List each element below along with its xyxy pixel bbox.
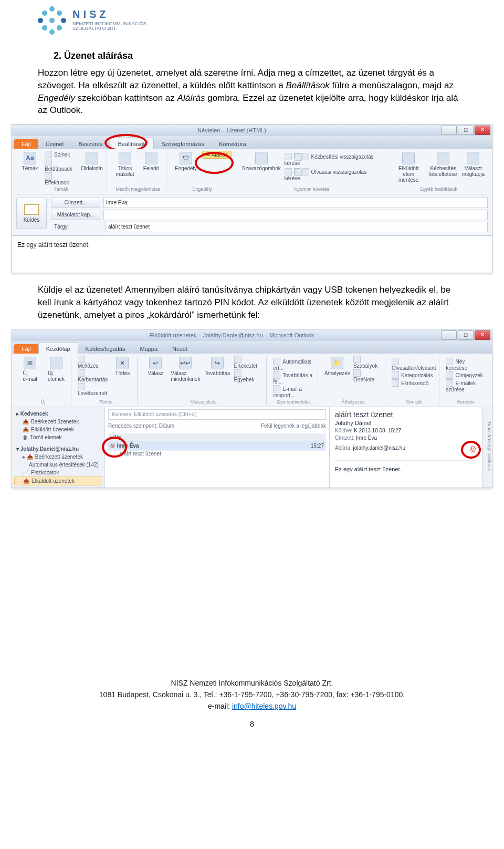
nav-sent-fav[interactable]: 📤 Elküldött üzenetek — [14, 426, 102, 433]
delete-button[interactable]: ✕Törlés — [111, 356, 134, 377]
quick-emailgroup[interactable]: E-mail a csoport... — [273, 385, 314, 398]
unread-button[interactable]: Olvasatlan/olvasott — [392, 358, 436, 371]
quick-forward[interactable]: Továbbítás a fel... — [273, 371, 314, 385]
elkuldott-mentese-button[interactable]: Elküldött elem mentése — [392, 151, 426, 184]
themes-icon: Aa — [24, 152, 36, 164]
tab-uzenet[interactable]: Üzenet — [38, 138, 71, 149]
send-button[interactable]: Küldés — [16, 198, 47, 229]
onenote-button[interactable]: OneNote — [353, 369, 382, 382]
engedely-button[interactable]: 🛡Engedély — [173, 151, 199, 172]
opt-szinek[interactable]: Színek — [45, 151, 77, 158]
close-button-2[interactable]: ✕ — [475, 330, 490, 340]
new-items-icon — [50, 357, 62, 369]
reply-all-button[interactable]: ↩↩Válasz mindenkinek — [170, 356, 201, 383]
titkos-button[interactable]: Titkos másolat — [113, 151, 136, 178]
delete-icon: ✕ — [116, 357, 129, 369]
logo-title: NISZ — [72, 9, 146, 19]
junk-button[interactable]: Levélszemét — [78, 383, 108, 396]
tab-kezdolap[interactable]: Kezdőlap — [38, 343, 78, 354]
reply-button[interactable]: ↩Válasz — [144, 356, 167, 377]
temak-button[interactable]: Aa Témák — [18, 151, 41, 172]
logo-sub2: SZOLGÁLTATÓ ZRT. — [72, 26, 146, 31]
nav-sent-selected[interactable]: 📤 Elküldött üzenetek — [14, 477, 102, 485]
minimize-button[interactable]: – — [441, 126, 457, 135]
envelope-icon — [24, 204, 39, 215]
tab-kuldes[interactable]: Küldés/fogadás — [78, 343, 133, 354]
preview-date: K 2013.10.08. 15:27 — [354, 428, 401, 433]
chk-kezbesitesi[interactable]: Kézbesítési visszaigazolás kérése — [285, 153, 382, 166]
move-button[interactable]: 📁Áthelyezés — [324, 356, 350, 377]
sort-by[interactable]: Rendezés szempont: Dátum — [108, 423, 174, 429]
footer-line-3: e-mail: info@hiteles.gov.hu — [38, 700, 466, 712]
section-heading: 2. Üzenet aláírása — [54, 50, 466, 61]
preview-signed-by: jolathy.daniel@nisz.hu — [353, 445, 405, 451]
find-contact[interactable]: Név keresése — [446, 358, 486, 371]
window-title: Névtelen – Üzenet (HTML) — [23, 127, 441, 133]
tab-korrektura[interactable]: Korrektúra — [212, 138, 253, 149]
cleanup-button[interactable]: Karbantartás — [78, 369, 108, 382]
message-body[interactable]: Ez egy aláírt teszt üzenet. — [12, 236, 492, 273]
nav-deleted-fav[interactable]: 🗑 Törölt elemek — [14, 433, 102, 441]
to-field[interactable]: Imre Éva; — [103, 198, 488, 208]
felado-button[interactable]: Feladó — [140, 151, 163, 172]
subject-label: Tárgy: — [51, 222, 102, 232]
oldalszin-button[interactable]: Oldalszín — [80, 151, 103, 172]
nisz-logo-icon — [38, 5, 67, 35]
message-list[interactable]: Keresés: Elküldött üzenetek (Ctrl+E) Ren… — [105, 407, 330, 488]
szavazo-button[interactable]: Szavazógombok — [242, 151, 281, 172]
categorize-button[interactable]: Kategorizálás — [392, 371, 436, 379]
move-icon: 📁 — [331, 357, 343, 369]
nav-auto[interactable]: Automatikus értesítések (142) — [14, 461, 102, 469]
close-button[interactable]: ✕ — [475, 126, 490, 135]
subject-field[interactable]: aláírt teszt üzenet — [106, 222, 488, 232]
preview-sender: Joláthy Dániel — [335, 420, 477, 426]
message-row[interactable]: 🏵 Imre Éva 15:27 — [108, 441, 326, 451]
nav-drafts[interactable]: 📄 Piszkozatok — [14, 469, 102, 477]
filter-email[interactable]: E-mailek szűrése — [446, 379, 486, 392]
followup-button[interactable]: Elintézendő — [392, 379, 436, 387]
maximize-button[interactable]: ◻ — [458, 126, 474, 135]
opt-betutipusok[interactable]: Betűtípusok — [45, 159, 77, 172]
italic-alairas: Aláírás — [177, 93, 205, 103]
group-mezok: Titkos másolat Feladó Mezők megjelenítés… — [110, 151, 166, 193]
cc-button[interactable]: Másolatot kap... — [51, 210, 100, 220]
group-temak: Aa Témák Színek Betűtípusok Effektusok O… — [15, 151, 107, 193]
address-book[interactable]: Címjegyzék — [446, 371, 486, 379]
tab-szovegformazas[interactable]: Szövegformázás — [154, 138, 212, 149]
new-email-button[interactable]: ✉Új e-mail — [18, 356, 41, 383]
todo-bar[interactable]: Nincs közelgő találkozó. — [482, 407, 492, 488]
tab-mappa[interactable]: Mappa — [132, 343, 165, 354]
opt-effektusok[interactable]: Effektusok — [45, 172, 77, 185]
nav-favorites[interactable]: ▸ Kedvencek — [14, 409, 102, 418]
quick-auto[interactable]: Automatikus ért... — [273, 358, 314, 371]
minimize-button-2[interactable]: – — [441, 330, 457, 340]
rules-button[interactable]: Szabályok — [353, 356, 382, 369]
meeting-button[interactable]: Értekezlet — [234, 356, 264, 369]
nav-account[interactable]: ▾ Joláthy.Daniel@nisz.hu — [14, 444, 102, 453]
ignore-button[interactable]: Mellőzés — [78, 356, 108, 369]
search-input[interactable]: Keresés: Elküldött üzenetek (Ctrl+E) — [108, 409, 326, 420]
kezbesites-kesleltetese-button[interactable]: Kézbesítés késleltetése — [428, 151, 458, 178]
nav-pane[interactable]: ▸ Kedvencek 📥 Beérkezett üzenetek 📤 Elkü… — [12, 407, 105, 488]
more-button[interactable]: Egyebek — [234, 369, 264, 382]
cc-field[interactable] — [103, 210, 488, 220]
footer-line-2: 1081 Budapest, Csokonai u. 3., Tel.: +36… — [38, 689, 466, 700]
file-tab[interactable]: Fájl — [14, 139, 38, 149]
tab-nezet[interactable]: Nézet — [165, 343, 195, 354]
valaszt-megkapja-button[interactable]: Választ megkapja — [461, 151, 486, 178]
footer-email-link[interactable]: info@hiteles.gov.hu — [232, 702, 296, 710]
file-tab-2[interactable]: Fájl — [14, 344, 38, 354]
chk-olvasasi[interactable]: Olvasási visszaigazolás kérése — [285, 168, 382, 181]
forward-button[interactable]: ↪Továbbítás — [204, 356, 230, 377]
nav-inbox[interactable]: ▸ 📥 Beérkezett üzenetek — [14, 453, 102, 461]
new-items-button[interactable]: Új elemek — [45, 356, 68, 383]
nav-inbox-fav[interactable]: 📥 Beérkezett üzenetek — [14, 418, 102, 426]
to-button[interactable]: Címzett... — [51, 198, 100, 208]
forward-icon: ↪ — [211, 357, 224, 369]
tab-beallitasok[interactable]: Beállítások — [110, 138, 154, 149]
tab-beszuras[interactable]: Beszúrás — [71, 138, 110, 149]
sort-order[interactable]: Felül legyenek a legújabbak — [261, 423, 326, 429]
pagecolor-icon — [86, 152, 98, 164]
alairas-button[interactable]: ✉Aláírás — [202, 151, 232, 159]
maximize-button-2[interactable]: ◻ — [458, 330, 474, 340]
